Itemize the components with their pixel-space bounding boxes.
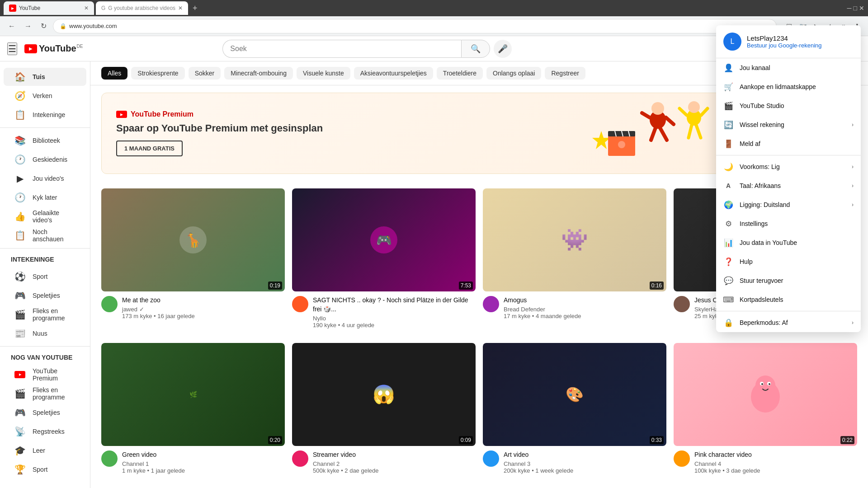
- filter-aksie[interactable]: Aksieavontuurspeletjies: [354, 67, 433, 80]
- filter-sokker[interactable]: Sokker: [189, 67, 221, 80]
- sidebar-label-yt-premium: YouTube Premium: [33, 367, 75, 382]
- video-card-2[interactable]: 🎮 7:53 SAGT NICHTS .. okay ? - Noch sind…: [292, 188, 476, 328]
- video-channel-6: Channel 2: [313, 460, 476, 467]
- sidebar-item-nuus[interactable]: 📰 Nuus: [4, 324, 86, 343]
- tab-close-btn[interactable]: ✕: [84, 5, 89, 11]
- tab-label: YouTube: [19, 5, 40, 11]
- back-button[interactable]: ←: [5, 20, 18, 32]
- sidebar-label-flieks-nog: Flieks en programme: [33, 386, 75, 401]
- dropdown-user-info: LetsPlay1234 Bestuur jou Google-rekening: [747, 34, 854, 49]
- video-card-8[interactable]: 0:22 Pink character video Channel 4 100k…: [674, 343, 857, 474]
- video-duration-1: 0:19: [268, 282, 282, 290]
- filter-visuele[interactable]: Visuele kunste: [297, 67, 350, 80]
- video-info-7: Art video Channel 3 200k kyke • 1 week g…: [483, 446, 666, 474]
- video-duration-7: 0:33: [650, 436, 664, 444]
- video-meta-5: Green video Channel 1 1 m kyke • 1 jaar …: [122, 450, 285, 474]
- dropdown-wissel[interactable]: 🔄 Wissel rekening ›: [716, 115, 861, 134]
- dropdown-instellings[interactable]: ⚙ Instellings: [716, 214, 861, 233]
- refresh-button[interactable]: ↻: [38, 20, 49, 32]
- search-button[interactable]: 🔍: [461, 40, 490, 58]
- sidebar-item-yt-premium[interactable]: ▶ YouTube Premium: [4, 366, 86, 384]
- filter-onlangs[interactable]: Onlangs oplaai: [486, 67, 541, 80]
- inactive-tab[interactable]: G G youtube arabische videos ✕: [96, 1, 188, 15]
- video-card-5[interactable]: 🌿 0:20 Green video Channel 1 1 m kyke • …: [101, 343, 285, 474]
- sidebar-label-intekeninge: Intekeninge: [33, 111, 65, 118]
- dropdown-hulp[interactable]: ❓ Hulp: [716, 252, 861, 271]
- search-input[interactable]: [222, 40, 461, 58]
- filter-strokiesprente[interactable]: Strokiesprente: [131, 67, 184, 80]
- close-btn[interactable]: ✕: [859, 5, 864, 12]
- video-thumb-1: 🦒 0:19: [101, 188, 285, 291]
- banner-cta-button[interactable]: 1 MAAND GRATIS: [116, 141, 183, 156]
- sidebar-item-intekeninge[interactable]: 📋 Intekeninge: [4, 106, 86, 124]
- sidebar-item-gelaaikte[interactable]: 👍 Gelaaikte video's: [4, 207, 86, 225]
- sidebar-item-kyk-later[interactable]: 🕐 Kyk later: [4, 188, 86, 206]
- video-meta-3: Amogus Bread Defender 17 m kyke • 4 maan…: [504, 296, 666, 319]
- filter-alles[interactable]: Alles: [101, 67, 127, 80]
- dropdown-jou-kanaal[interactable]: 👤 Jou kanaal: [716, 58, 861, 77]
- sidebar-item-verken[interactable]: 🧭 Verken: [4, 87, 86, 105]
- minimize-btn[interactable]: ─: [847, 5, 852, 12]
- kortpad-icon: ⌨: [723, 295, 733, 305]
- svg-line-11: [651, 128, 656, 140]
- stuur-icon: 💬: [723, 276, 733, 286]
- sidebar-item-flieks[interactable]: 🎬 Flieks en programme: [4, 305, 86, 324]
- video-card-1[interactable]: 🦒 0:19 Me at the zoo jawed ✓ 173 m kyke …: [101, 188, 285, 328]
- ligging-arrow: ›: [852, 202, 854, 208]
- sidebar-item-flieks-nog[interactable]: 🎬 Flieks en programme: [4, 385, 86, 403]
- dropdown-aankope[interactable]: 🛒 Aankope en lidmaatskappe: [716, 77, 861, 96]
- video-duration-6: 0:09: [459, 436, 473, 444]
- video-stats-6: 500k kyke • 2 dae gelede: [313, 467, 476, 474]
- maximize-btn[interactable]: □: [854, 5, 857, 12]
- lock-icon: 🔒: [60, 23, 66, 29]
- dropdown-stuur[interactable]: 💬 Stuur terugvoer: [716, 271, 861, 290]
- sidebar-item-sport[interactable]: ⚽ Sport: [4, 267, 86, 286]
- new-tab-button[interactable]: +: [190, 4, 200, 13]
- mic-button[interactable]: 🎤: [494, 40, 512, 58]
- dropdown-google-link[interactable]: Bestuur jou Google-rekening: [747, 42, 854, 49]
- video-card-6[interactable]: 😱 0:09 Streamer video Channel 2 500k kyk…: [292, 343, 476, 474]
- filter-troeteldiere[interactable]: Troeteldiere: [437, 67, 483, 80]
- sidebar-item-speletjies-nog[interactable]: 🎮 Speletjies: [4, 404, 86, 422]
- active-tab[interactable]: ▶ YouTube ✕: [4, 1, 94, 15]
- filter-regstreer[interactable]: Regstreer: [545, 67, 585, 80]
- sidebar-item-sport-nog[interactable]: 🏆 Sport: [4, 460, 86, 479]
- youtube-logo[interactable]: YouTubeDE: [24, 43, 83, 54]
- filter-minecraft[interactable]: Minecraft-ombouing: [224, 67, 293, 80]
- sidebar-item-biblioteek[interactable]: 📚 Biblioteek: [4, 131, 86, 150]
- sidebar-item-geskiedenis[interactable]: 🕐 Geskiedenis: [4, 150, 86, 169]
- sidebar-label-tuis: Tuis: [33, 73, 45, 80]
- dropdown-yt-studio[interactable]: 🎬 YouTube Studio: [716, 96, 861, 115]
- channel-avatar-2: [292, 296, 308, 312]
- dropdown-jou-data[interactable]: 📊 Jou data in YouTube: [716, 233, 861, 252]
- sidebar-item-regstreeks[interactable]: 📡 Regstreeks: [4, 422, 86, 441]
- dropdown-label-hulp: Hulp: [740, 258, 854, 265]
- forward-button[interactable]: →: [22, 20, 34, 32]
- video-meta-2: SAGT NICHTS .. okay ? - Noch sind Plätze…: [313, 296, 476, 328]
- dropdown-meld-af[interactable]: 🚪 Meld af: [716, 134, 861, 153]
- sidebar-item-jou-videos[interactable]: ▶ Jou video's: [4, 169, 86, 188]
- video-info-8: Pink character video Channel 4 100k kyke…: [674, 446, 857, 474]
- video-stats-2: 190 kyke • 4 uur gelede: [313, 322, 476, 328]
- video-card-7[interactable]: 🎨 0:33 Art video Channel 3 200k kyke • 1…: [483, 343, 666, 474]
- dropdown-voorkoms[interactable]: 🌙 Voorkoms: Lig ›: [716, 157, 861, 176]
- video-card-3[interactable]: 👾 0:16 Amogus Bread Defender 17 m kyke •…: [483, 188, 666, 328]
- svg-point-14: [688, 101, 700, 113]
- dropdown-label-kanaal: Jou kanaal: [740, 64, 854, 71]
- address-bar[interactable]: 🔒 www.youtube.com: [53, 19, 777, 33]
- sidebar-item-speletjies[interactable]: 🎮 Speletjies: [4, 286, 86, 305]
- dropdown-label-studio: YouTube Studio: [740, 102, 854, 109]
- video-channel-3: Bread Defender: [504, 306, 666, 313]
- sidebar-item-tuis[interactable]: 🏠 Tuis: [4, 68, 86, 86]
- dropdown-taal[interactable]: A Taal: Afrikaans ›: [716, 176, 861, 195]
- studio-icon: 🎬: [723, 101, 733, 111]
- logo-de: DE: [77, 44, 83, 49]
- sidebar-item-noch[interactable]: 📋 Noch anschauen: [4, 226, 86, 244]
- hamburger-menu[interactable]: ☰: [7, 42, 17, 55]
- dropdown-ligging[interactable]: 🌍 Ligging: Duitsland ›: [716, 195, 861, 214]
- dropdown-kortpad[interactable]: ⌨ Kortpadsleutels: [716, 290, 861, 309]
- dropdown-beperk[interactable]: 🔒 Beperkmodus: Af ›: [716, 313, 861, 332]
- sidebar-label-kyk-later: Kyk later: [33, 194, 57, 201]
- tab-close-btn-2[interactable]: ✕: [178, 5, 183, 11]
- sidebar-item-leer[interactable]: 🎓 Leer: [4, 441, 86, 460]
